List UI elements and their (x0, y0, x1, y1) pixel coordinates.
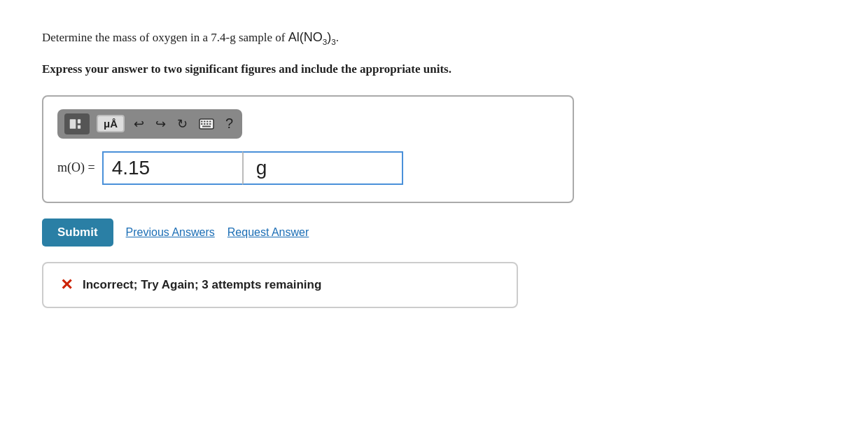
svg-rect-1 (78, 119, 80, 123)
help-button[interactable]: ? (223, 114, 235, 133)
refresh-button[interactable]: ↻ (175, 115, 190, 133)
svg-rect-4 (201, 120, 203, 122)
svg-rect-11 (209, 123, 211, 125)
value-input[interactable] (102, 151, 242, 185)
instruction-text: Express your answer to two significant f… (42, 60, 826, 78)
layout-icon[interactable] (64, 113, 90, 134)
input-row: m(O) = (57, 151, 559, 185)
svg-rect-5 (204, 120, 206, 122)
request-answer-button[interactable]: Request Answer (227, 226, 309, 239)
feedback-box: ✕ Incorrect; Try Again; 3 attempts remai… (42, 262, 518, 308)
svg-rect-0 (70, 119, 76, 129)
svg-rect-6 (206, 120, 209, 122)
question-text: Determine the mass of oxygen in a 7.4-g … (42, 28, 826, 48)
undo-button[interactable]: ↩ (132, 115, 146, 133)
submit-button[interactable]: Submit (42, 218, 113, 247)
unit-input[interactable] (242, 151, 403, 185)
variable-label: m(O) = (57, 160, 95, 175)
question-line1: Determine the mass of oxygen in a 7.4-g … (42, 31, 288, 44)
redo-button[interactable]: ↪ (153, 115, 168, 133)
answer-input-container: μÅ ↩ ↪ ↻ ? m(O) = (42, 95, 574, 203)
question-period: . (336, 31, 339, 44)
svg-rect-2 (78, 125, 80, 128)
previous-answers-button[interactable]: Previous Answers (126, 226, 215, 239)
svg-rect-7 (209, 120, 211, 122)
feedback-text: Incorrect; Try Again; 3 attempts remaini… (83, 278, 321, 292)
svg-rect-10 (206, 123, 209, 125)
mu-angstrom-button[interactable]: μÅ (97, 115, 125, 132)
mu-label: μÅ (104, 118, 118, 130)
keyboard-icon (199, 118, 214, 130)
formatting-toolbar: μÅ ↩ ↪ ↻ ? (57, 109, 242, 139)
action-row: Submit Previous Answers Request Answer (42, 218, 574, 247)
error-icon: ✕ (60, 276, 73, 294)
keyboard-button[interactable] (197, 117, 216, 131)
svg-rect-9 (204, 123, 206, 125)
svg-rect-12 (202, 125, 211, 127)
svg-rect-8 (201, 123, 203, 125)
